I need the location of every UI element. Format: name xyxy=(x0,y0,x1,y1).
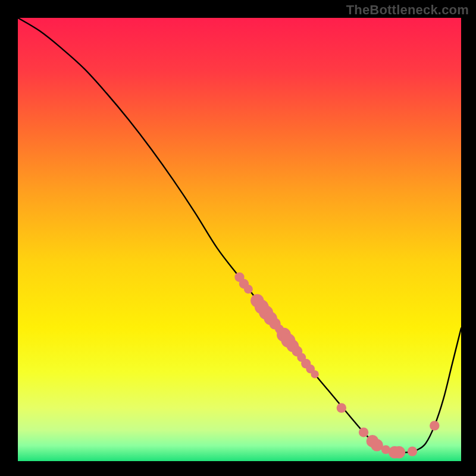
bottleneck-chart xyxy=(0,0,476,476)
curve-marker xyxy=(393,446,405,459)
plot-background xyxy=(18,18,461,461)
curve-marker xyxy=(311,370,318,378)
curve-marker xyxy=(371,439,383,452)
curve-marker xyxy=(244,284,253,293)
curve-marker xyxy=(337,403,346,412)
curve-marker xyxy=(408,446,417,456)
chart-stage: TheBottleneck.com xyxy=(0,0,476,476)
curve-marker xyxy=(359,427,368,437)
curve-marker xyxy=(430,421,439,430)
